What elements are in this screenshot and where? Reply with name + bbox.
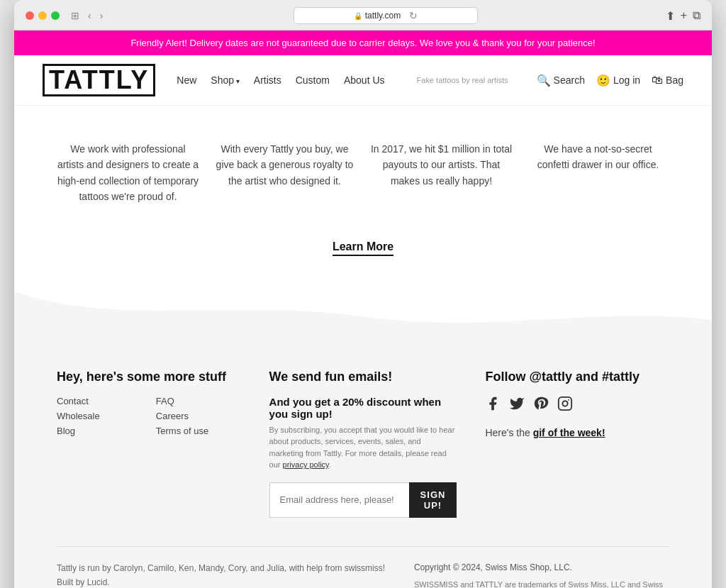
footer-col2-title: We send fun emails! [269, 370, 457, 384]
feature-item-3: In 2017, we hit $1 million in total payo… [370, 141, 513, 205]
footer-col-links: Hey, here's some more stuff Contact FAQ … [57, 370, 241, 518]
feature-text-4: We have a not-so-secret confetti drawer … [527, 141, 669, 173]
close-button[interactable] [26, 11, 34, 20]
facebook-icon[interactable] [485, 396, 501, 416]
social-icons [485, 396, 669, 416]
alert-text: Friendly Alert! Delivery dates are not g… [130, 38, 595, 48]
signup-button[interactable]: SIGN UP! [409, 482, 457, 518]
nav-item-custom[interactable]: Custom [296, 74, 330, 86]
legal-copy: SWISSMISS and TATTLY are trademarks of S… [414, 580, 663, 588]
footer-col3-title: Follow @tattly and #tattly [485, 370, 669, 384]
nav-item-shop[interactable]: Shop [211, 74, 239, 86]
alert-banner: Friendly Alert! Delivery dates are not g… [14, 30, 712, 55]
legal-text: SWISSMISS and TATTLY are trademarks of S… [414, 579, 669, 588]
footer-link-contact[interactable]: Contact [57, 396, 142, 406]
copyright-text: Copyright © 2024, Swiss Miss Shop, LLC. [414, 561, 669, 575]
tagline: Fake tattoos by real artists [417, 76, 508, 84]
twitter-icon[interactable] [509, 396, 525, 416]
feature-text-1: We work with professional artists and de… [57, 141, 199, 205]
instagram-icon[interactable] [557, 396, 573, 416]
feature-item-2: With every Tattly you buy, we give back … [213, 141, 356, 205]
footer-bottom-left: Tattly is run by Carolyn, Camilo, Ken, M… [57, 561, 385, 588]
browser-chrome: ⊞ ‹ › 🔒 tattly.com ↻ ⬆ + ⧉ [14, 0, 712, 30]
email-form: SIGN UP! [269, 482, 457, 518]
footer-link-blog[interactable]: Blog [57, 426, 142, 436]
nav-item-about[interactable]: About Us [344, 74, 385, 86]
feature-text-3: In 2017, we hit $1 million in total payo… [370, 141, 513, 189]
feature-item-4: We have a not-so-secret confetti drawer … [527, 141, 669, 205]
footer-built-by: Built by Lucid. [57, 575, 385, 588]
footer-link-careers[interactable]: Careers [156, 411, 241, 421]
email-input[interactable] [269, 482, 409, 518]
gif-of-week-link[interactable]: gif of the week! [533, 427, 605, 438]
nav-item-new[interactable]: New [177, 74, 196, 86]
site-footer: Hey, here's some more stuff Contact FAQ … [14, 334, 712, 588]
feature-text-2: With every Tattly you buy, we give back … [213, 141, 356, 189]
footer-col-email: We send fun emails! And you get a 20% di… [269, 370, 457, 518]
forward-button[interactable]: › [97, 9, 106, 23]
search-button[interactable]: 🔍 Search [537, 74, 585, 87]
tabs-button[interactable]: ⧉ [693, 9, 700, 22]
lock-icon: 🔒 [354, 12, 362, 20]
pinterest-icon[interactable] [533, 396, 549, 416]
gif-text: Here's the [485, 427, 532, 438]
search-label: Search [554, 74, 585, 86]
back-button[interactable]: ‹ [85, 9, 94, 23]
footer-credits: Tattly is run by Carolyn, Camilo, Ken, M… [57, 561, 385, 575]
login-button[interactable]: 🙂 Log in [596, 74, 640, 87]
feature-item-1: We work with professional artists and de… [57, 141, 199, 205]
learn-more-section: Learn More [14, 233, 712, 292]
footer-grid: Hey, here's some more stuff Contact FAQ … [57, 370, 669, 518]
logo[interactable]: TATTLY [43, 64, 155, 96]
footer-bottom: Tattly is run by Carolyn, Camilo, Ken, M… [57, 546, 669, 588]
browser-actions: ⬆ + ⧉ [666, 9, 700, 23]
user-icon: 🙂 [596, 74, 610, 87]
url-input[interactable]: 🔒 tattly.com ↻ [294, 7, 478, 24]
footer-links-list: Contact FAQ Wholesale Careers Blog Terms… [57, 396, 241, 436]
header-actions: 🔍 Search 🙂 Log in 🛍 Bag [537, 74, 683, 87]
share-button[interactable]: ⬆ [666, 9, 675, 23]
footer-link-terms[interactable]: Terms of use [156, 426, 241, 436]
search-icon: 🔍 [537, 74, 551, 87]
nav-item-artists[interactable]: Artists [254, 74, 281, 86]
logo-text: TATTLY [43, 64, 155, 96]
sidebar-toggle[interactable]: ⊞ [68, 9, 82, 23]
email-subtitle: And you get a 20% discount when you sign… [269, 396, 457, 420]
bag-button[interactable]: 🛍 Bag [652, 74, 683, 87]
login-label: Log in [613, 74, 640, 86]
privacy-policy-link[interactable]: privacy policy [283, 460, 329, 469]
wave-divider [14, 292, 712, 334]
footer-link-wholesale[interactable]: Wholesale [57, 411, 142, 421]
bag-label: Bag [666, 74, 683, 86]
new-tab-button[interactable]: + [681, 9, 687, 22]
features-section: We work with professional artists and de… [14, 106, 712, 233]
gif-link-container: Here's the gif of the week! [485, 427, 669, 438]
learn-more-button[interactable]: Learn More [333, 240, 393, 256]
browser-window: ⊞ ‹ › 🔒 tattly.com ↻ ⬆ + ⧉ Friendly Aler… [14, 0, 712, 588]
traffic-lights [26, 11, 60, 20]
address-bar: 🔒 tattly.com ↻ [114, 7, 657, 24]
email-description: By subscribing, you accept that you woul… [269, 424, 457, 471]
site-header: TATTLY New Shop Artists Custom About Us … [14, 55, 712, 106]
svg-rect-0 [559, 396, 571, 409]
refresh-icon[interactable]: ↻ [409, 10, 418, 21]
site-content: Friendly Alert! Delivery dates are not g… [14, 30, 712, 588]
url-text: tattly.com [365, 11, 401, 21]
bag-icon: 🛍 [652, 74, 663, 87]
footer-link-faq[interactable]: FAQ [156, 396, 241, 406]
footer-col1-title: Hey, here's some more stuff [57, 370, 241, 384]
main-nav: New Shop Artists Custom About Us [177, 74, 384, 86]
browser-nav: ⊞ ‹ › [68, 9, 106, 23]
footer-bottom-right: Copyright © 2024, Swiss Miss Shop, LLC. … [414, 561, 669, 588]
minimize-button[interactable] [38, 11, 47, 20]
footer-col-social: Follow @tattly and #tattly [485, 370, 669, 518]
maximize-button[interactable] [51, 11, 60, 20]
